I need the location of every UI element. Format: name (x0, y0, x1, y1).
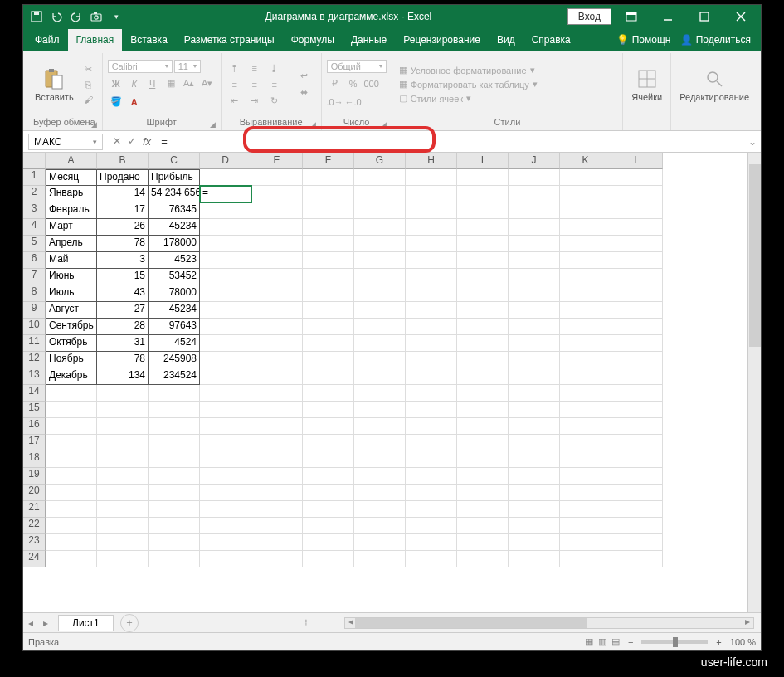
cell[interactable] (354, 551, 406, 567)
cell[interactable] (97, 402, 149, 418)
cell[interactable] (457, 186, 509, 202)
cell[interactable]: Месяц (46, 169, 97, 186)
cell[interactable] (251, 252, 303, 269)
row-header[interactable]: 9 (23, 302, 46, 319)
cell[interactable]: 15 (97, 269, 149, 285)
cell[interactable] (509, 202, 560, 219)
cell[interactable] (354, 418, 406, 435)
cell[interactable] (406, 435, 457, 451)
cell[interactable]: 76345 (149, 202, 200, 219)
cell[interactable] (97, 551, 149, 567)
align-middle-icon[interactable]: ≡ (246, 61, 263, 75)
cell[interactable]: Октябрь (46, 335, 97, 352)
cell[interactable] (457, 302, 509, 319)
cell[interactable] (303, 485, 354, 501)
cell[interactable] (611, 534, 663, 551)
cell[interactable]: 78 (97, 236, 149, 252)
row-header[interactable]: 15 (23, 402, 46, 418)
row-header[interactable]: 3 (23, 202, 46, 219)
cell[interactable] (251, 285, 303, 302)
cell[interactable] (406, 252, 457, 269)
cell[interactable] (303, 285, 354, 302)
cells-button[interactable]: Ячейки (628, 66, 665, 104)
cell[interactable] (611, 451, 663, 468)
row-header[interactable]: 14 (23, 385, 46, 402)
tab-data[interactable]: Данные (343, 29, 395, 51)
cell[interactable] (611, 169, 663, 186)
underline-button[interactable]: Ч (144, 76, 161, 91)
cell[interactable] (611, 402, 663, 418)
cell[interactable] (560, 319, 611, 335)
cell[interactable] (457, 219, 509, 236)
cell[interactable] (303, 385, 354, 402)
cell[interactable] (354, 352, 406, 368)
tab-formulas[interactable]: Формулы (283, 29, 343, 51)
maximize-button[interactable] (688, 5, 721, 28)
cell[interactable] (509, 451, 560, 468)
minimize-button[interactable] (651, 5, 684, 28)
cell[interactable] (611, 418, 663, 435)
cell[interactable] (509, 485, 560, 501)
cell[interactable] (457, 534, 509, 551)
cell[interactable] (46, 518, 97, 534)
cell[interactable] (406, 418, 457, 435)
cell[interactable]: 53452 (149, 269, 200, 285)
cell[interactable] (303, 252, 354, 269)
tab-split-icon[interactable]: ⁞ (301, 617, 311, 629)
cell[interactable] (509, 518, 560, 534)
column-header[interactable]: G (354, 153, 406, 169)
cell[interactable]: Август (46, 302, 97, 319)
cell[interactable] (303, 468, 354, 485)
cell[interactable] (509, 285, 560, 302)
cell[interactable] (200, 385, 251, 402)
cell[interactable] (200, 335, 251, 352)
cell[interactable] (457, 518, 509, 534)
sheet-nav-prev[interactable]: ◂ (23, 617, 38, 629)
close-button[interactable] (724, 5, 757, 28)
cell[interactable] (46, 402, 97, 418)
cell[interactable] (406, 402, 457, 418)
cell[interactable] (457, 368, 509, 385)
cell[interactable] (251, 435, 303, 451)
expand-formula-bar-icon[interactable]: ⌄ (744, 136, 761, 148)
cell[interactable] (97, 435, 149, 451)
cell[interactable] (457, 202, 509, 219)
cell[interactable] (611, 285, 663, 302)
cell[interactable] (509, 236, 560, 252)
row-header[interactable]: 12 (23, 352, 46, 368)
cell[interactable] (457, 335, 509, 352)
cell[interactable] (200, 534, 251, 551)
cell[interactable] (200, 418, 251, 435)
cell[interactable] (46, 501, 97, 518)
cell[interactable]: 4524 (149, 335, 200, 352)
cell[interactable] (560, 368, 611, 385)
cell[interactable] (149, 468, 200, 485)
cell[interactable] (354, 319, 406, 335)
cell[interactable] (509, 302, 560, 319)
cell[interactable]: Сентябрь (46, 319, 97, 335)
cell[interactable] (354, 186, 406, 202)
cell[interactable] (251, 518, 303, 534)
cell[interactable] (354, 219, 406, 236)
cell[interactable] (509, 269, 560, 285)
cell[interactable] (200, 269, 251, 285)
zoom-in-icon[interactable]: + (716, 637, 721, 647)
ribbon-display-icon[interactable] (615, 5, 648, 28)
wrap-text-icon[interactable]: ↩ (293, 69, 316, 84)
cell[interactable]: 26 (97, 219, 149, 236)
cell[interactable] (303, 451, 354, 468)
cell[interactable] (611, 352, 663, 368)
cell[interactable] (46, 435, 97, 451)
cell[interactable] (200, 285, 251, 302)
insert-function-icon[interactable]: fx (143, 135, 151, 148)
cell[interactable] (611, 302, 663, 319)
cell[interactable]: 27 (97, 302, 149, 319)
zoom-level[interactable]: 100 % (730, 637, 756, 647)
cell[interactable] (354, 202, 406, 219)
cell[interactable] (354, 501, 406, 518)
font-dialog-icon[interactable]: ◢ (210, 120, 216, 129)
align-center-icon[interactable]: ≡ (246, 77, 263, 92)
cell[interactable] (251, 485, 303, 501)
cell[interactable] (46, 468, 97, 485)
cell[interactable] (200, 236, 251, 252)
